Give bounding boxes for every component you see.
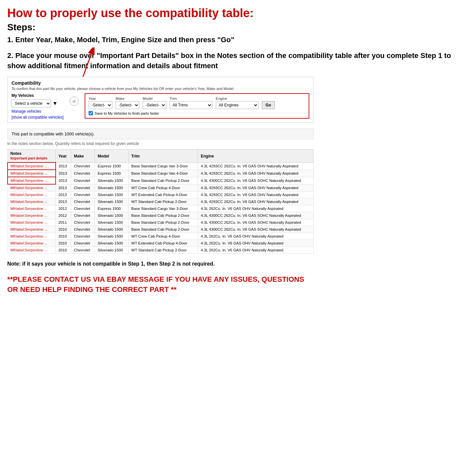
table-cell-year: 2013 [56, 191, 71, 198]
or-circle: or [70, 97, 79, 106]
step1-text: 1. Enter Year, Make, Model, Trim, Engine… [7, 35, 469, 45]
step2-wrapper: 2. Place your mouse over "Important Part… [7, 51, 469, 254]
table-cell-trim: Base Standard Cab Pickup 2-Door [128, 177, 198, 184]
model-field: Model -Select- [143, 97, 166, 109]
ymm-row: Year -Select- Make -Select- [89, 97, 305, 109]
table-cell-year: 2010 [56, 233, 71, 240]
model-select[interactable]: -Select- [143, 101, 166, 109]
table-cell-year: 2012 [56, 212, 71, 219]
table-cell-make: Chevrolet [71, 233, 95, 240]
select-vehicle-row: Select a vehicle ▼ [12, 100, 64, 107]
table-cell-notes: Mfrlabel:Serpentine ... [8, 240, 56, 247]
table-cell-make: Chevrolet [71, 162, 95, 170]
table-cell-trim: Base Standard Cargo Van 4-Door [128, 170, 198, 177]
manage-vehicles-link[interactable]: Manage vehicles [12, 109, 64, 114]
table-cell-trim: WT Extended Cab Pickup 4-Door [128, 191, 198, 198]
table-cell-engine: 4.3L 262Cu. In. V6 GAS OHV Naturally Asp… [198, 205, 314, 212]
table-cell-model: Silverado 1500 [95, 247, 128, 254]
col-model: Model [95, 150, 128, 163]
table-cell-trim: Base Standard Cargo Van 3-Door [128, 162, 198, 170]
table-cell-trim: Base Standard Cab Pickup 2-Door [128, 212, 198, 219]
table-cell-model: Silverado 1500 [95, 198, 128, 205]
table-cell-engine: 4.3L 4293CC 262Cu. In. V6 GAS OHV Natura… [198, 191, 314, 198]
table-cell-make: Chevrolet [71, 184, 95, 191]
table-cell-year: 2013 [56, 162, 71, 170]
table-cell-engine: 4.3L 262Cu. In. V6 GAS OHV Naturally Asp… [198, 233, 314, 240]
table-row: Mfrlabel:Serpentine ...2011ChevroletSilv… [8, 219, 314, 226]
note-text: Note: if it says your vehicle is not com… [7, 260, 314, 268]
table-cell-year: 2013 [56, 184, 71, 191]
my-vehicles-label: My Vehicles [12, 93, 64, 98]
table-cell-notes: Mfrlabel:Serpentine ... [8, 212, 56, 219]
contact-text: **PLEASE CONTACT US VIA EBAY MESSAGE IF … [7, 274, 314, 295]
notes-header: Notes [11, 151, 21, 156]
table-cell-trim: WT Crew Cab Pickup 4-Door [128, 184, 198, 191]
table-cell-trim: WT Crew Cab Pickup 4-Door [128, 233, 198, 240]
quantity-note: In the notes section below, Quantity ref… [7, 141, 469, 146]
table-cell-year: 2013 [56, 198, 71, 205]
table-row: Mfrlabel:Serpentine ....2013ChevroletSil… [8, 177, 314, 184]
table-row: Mfrlabel:Serpentine ...2012ChevroletSilv… [8, 212, 314, 219]
table-cell-make: Chevrolet [71, 198, 95, 205]
table-cell-make: Chevrolet [71, 177, 95, 184]
table-cell-notes: Mfrlabel:Serpentine.... [8, 170, 56, 177]
table-row: Mfrlabel:Serpentine ...2012ChevroletExpr… [8, 205, 314, 212]
table-cell-make: Chevrolet [71, 240, 95, 247]
year-label: Year [89, 97, 112, 100]
model-label: Model [143, 97, 166, 100]
table-cell-year: 2012 [56, 205, 71, 212]
table-cell-notes: Mfrlabel:Serpentine .... [8, 162, 56, 170]
table-cell-engine: 4.3L 4300CC 262Cu. In. V6 GAS SOHC Natur… [198, 219, 314, 226]
table-cell-engine: 4.3L 262Cu. In. V6 GAS OHV Naturally Asp… [198, 240, 314, 247]
engine-label: Engine [216, 97, 259, 100]
table-cell-trim: Base Standard Cab Pickup 2-Door [128, 226, 198, 233]
col-make: Make [71, 150, 95, 163]
compatibility-box: Compatibility To confirm that this part … [7, 77, 314, 123]
table-cell-year: 2013 [56, 170, 71, 177]
table-cell-make: Chevrolet [71, 170, 95, 177]
table-cell-trim: Base Standard Cargo Van 3-Door [128, 205, 198, 212]
year-select[interactable]: -Select- [89, 101, 112, 109]
my-vehicles-section: My Vehicles Select a vehicle ▼ Manage ve… [12, 93, 64, 120]
ymm-form-box: Year -Select- Make -Select- [85, 93, 309, 119]
table-cell-notes: Mfrlabel:Serpentine ... [8, 226, 56, 233]
table-row: Mfrlabel:Serpentine ...2013ChevroletSilv… [8, 184, 314, 191]
table-cell-year: 2010 [56, 240, 71, 247]
make-label: Make [116, 97, 139, 100]
col-notes: Notes Important part details [8, 150, 56, 163]
save-checkbox[interactable] [89, 111, 93, 115]
table-cell-engine: 4.3L 4293CC 262Cu. In. V6 GAS OHV Natura… [198, 170, 314, 177]
table-cell-model: Silverado 1500 [95, 184, 128, 191]
show-all-link[interactable]: [show all compatible vehicles] [12, 115, 64, 120]
table-row: Mfrlabel:Serpentine ...2010ChevroletSilv… [8, 240, 314, 247]
table-cell-notes: Mfrlabel:Serpentine ... [8, 191, 56, 198]
table-cell-trim: WT Extended Cab Pickup 4-Door [128, 240, 198, 247]
table-cell-model: Express 1500 [95, 205, 128, 212]
table-cell-make: Chevrolet [71, 205, 95, 212]
table-cell-model: Silverado 1500 [95, 240, 128, 247]
table-cell-model: Silverado 1500 [95, 219, 128, 226]
compat-subtitle: To confirm that this part fits your vehi… [12, 87, 309, 91]
year-make-section: Year -Select- Make -Select- [85, 93, 309, 119]
table-cell-model: Silverado 1500 [95, 226, 128, 233]
save-label: Save to My Vehicles to finds parts faste… [95, 111, 159, 115]
col-year: Year [56, 150, 71, 163]
table-cell-model: Silverado 1500 [95, 191, 128, 198]
table-cell-notes: Mfrlabel:Serpentine ... [8, 219, 56, 226]
step2-text: 2. Place your mouse over "Important Part… [7, 51, 469, 71]
engine-select[interactable]: All Engines [216, 101, 259, 109]
make-select[interactable]: -Select- [116, 101, 139, 109]
table-cell-engine: 4.3L 4300CC 262Cu. In. V6 GAS SOHC Natur… [198, 226, 314, 233]
select-vehicle-dropdown[interactable]: Select a vehicle [12, 100, 51, 107]
engine-field: Engine All Engines [216, 97, 259, 109]
table-row: Mfrlabel:Serpentine....2013ChevroletExpr… [8, 170, 314, 177]
table-cell-notes: Mfrlabel:Serpentine ... [8, 198, 56, 205]
table-cell-year: 2010 [56, 226, 71, 233]
go-button[interactable]: Go [262, 101, 275, 109]
table-cell-engine: 4.3L 4293CC 262Cu. In. V6 GAS OHV Natura… [198, 198, 314, 205]
table-cell-year: 2010 [56, 247, 71, 254]
make-field: Make -Select- [116, 97, 139, 109]
year-field: Year -Select- [89, 97, 112, 109]
trim-select[interactable]: All Trims [170, 101, 212, 109]
table-cell-trim: Base Standard Cab Pickup 2-Door [128, 219, 198, 226]
